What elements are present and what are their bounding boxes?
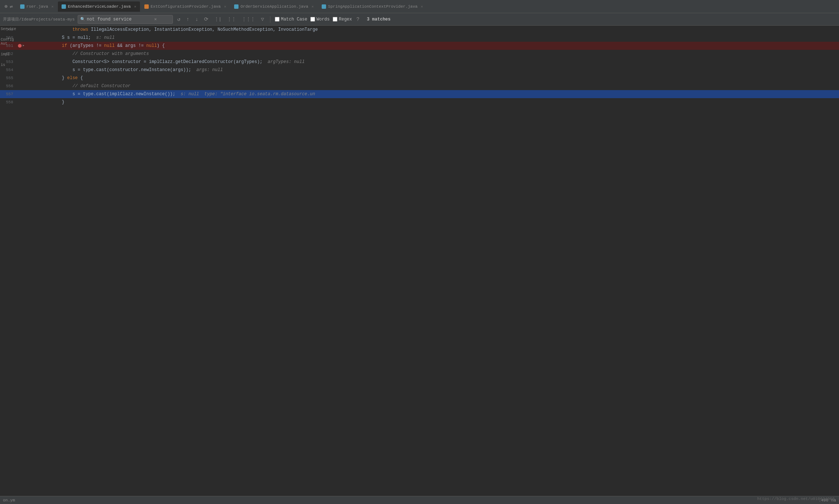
editor-area: 549 throws IllegalAccessException, Insta… — [0, 26, 839, 106]
tab-close-icon[interactable]: ✕ — [421, 4, 423, 9]
search-icon: 🔍 — [80, 17, 85, 22]
help-icon[interactable]: ? — [355, 16, 361, 23]
side-label-config: Config Aut — [1, 38, 15, 46]
tab-label: rser.java — [26, 4, 48, 9]
code-line-558: 558 } — [0, 98, 839, 106]
breakpoint-icon — [18, 44, 22, 48]
tab-close-icon[interactable]: ✕ — [134, 4, 136, 9]
search-input[interactable] — [87, 17, 153, 22]
funnel-icon[interactable]: ▽ — [259, 15, 265, 23]
tab-bar-icons: ⊕ ⇌ — [1, 3, 16, 10]
regex-label: Regex — [339, 17, 352, 22]
tab-label: EnhancedServiceLoader.java — [68, 4, 131, 9]
regex-option[interactable]: Regex — [333, 17, 352, 22]
filter-icon-3[interactable]: ⋮⋮⋮ — [240, 16, 256, 23]
tab-rser[interactable]: rser.java ✕ — [16, 1, 57, 12]
tab-file-icon — [322, 4, 326, 9]
tab-close-icon[interactable]: ✕ — [311, 4, 314, 9]
words-label: Words — [317, 17, 330, 22]
filter-icon-1[interactable]: ⋮| — [213, 16, 223, 23]
nav-up-icon[interactable]: ↑ — [185, 16, 191, 23]
plus-icon[interactable]: ⊕ — [4, 3, 7, 10]
tab-bar: ⊕ ⇌ rser.java ✕ EnhancedServiceLoader.ja… — [0, 0, 839, 13]
tab-file-icon — [20, 4, 25, 9]
words-checkbox[interactable] — [310, 17, 315, 22]
watermark: https://blog.csdn.net/u010634066 — [757, 497, 835, 501]
regex-checkbox[interactable] — [333, 17, 337, 22]
search-bar: 🔍 ✕ — [78, 15, 173, 24]
matches-count: 3 matches — [367, 17, 391, 22]
tab-enhanced[interactable]: EnhancedServiceLoader.java ✕ — [58, 1, 140, 12]
status-bar: on.ym .496 na — [0, 496, 839, 504]
tab-extconfig[interactable]: ExtConfigurationProvider.java ✕ — [141, 1, 230, 12]
tab-orderapp[interactable]: OrderServiceApplication.java ✕ — [230, 1, 317, 12]
match-case-option[interactable]: Match Case — [275, 17, 307, 22]
refresh-icon[interactable]: ⟳ — [203, 15, 210, 23]
side-panel: Service Config Aut impl is — [0, 26, 15, 68]
nav-down-icon[interactable]: ↓ — [194, 16, 200, 23]
status-on-ym: on.ym — [3, 498, 15, 503]
filter-icon-2[interactable]: ⋮⋮ — [226, 16, 237, 23]
toolbar: 开源项目/IdeaProjects/seata-mys 🔍 ✕ ↺ ↑ ↓ ⟳ … — [0, 13, 839, 26]
breadcrumb: 开源项目/IdeaProjects/seata-mys — [3, 16, 75, 22]
side-label-is: is — [1, 63, 15, 67]
tab-file-icon — [234, 4, 239, 9]
side-label-service: Service — [1, 27, 15, 31]
nav-prev-icon[interactable]: ↺ — [176, 15, 182, 23]
words-option[interactable]: Words — [310, 17, 330, 22]
match-case-checkbox[interactable] — [275, 17, 280, 22]
tab-label: SpringApplicationContextProvider.java — [328, 4, 417, 9]
tab-close-icon[interactable]: ✕ — [51, 4, 53, 9]
clear-search-icon[interactable]: ✕ — [154, 16, 157, 22]
tab-label: ExtConfigurationProvider.java — [151, 4, 221, 9]
split-icon[interactable]: ⇌ — [10, 3, 12, 10]
tab-label: OrderServiceApplication.java — [240, 4, 308, 9]
tab-file-icon — [144, 4, 149, 9]
side-label-impl: impl — [1, 52, 15, 56]
tab-spring[interactable]: SpringApplicationContextProvider.java ✕ — [318, 1, 426, 12]
tab-close-icon[interactable]: ✕ — [224, 4, 226, 9]
divider — [270, 16, 270, 23]
tab-file-icon — [62, 4, 66, 9]
match-case-label: Match Case — [281, 17, 307, 22]
